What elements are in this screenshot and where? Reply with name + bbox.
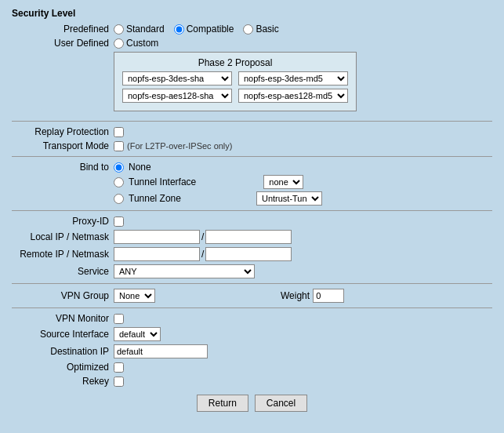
replay-protection-label: Replay Protection (12, 126, 114, 137)
source-interface-select[interactable]: default (114, 327, 161, 341)
bind-to-section: Bind to None Tunnel Interface none Tunne… (12, 162, 492, 206)
transport-mode-checkbox[interactable] (114, 141, 124, 151)
phase2-select-4[interactable]: nopfs-esp-aes128-md5 nopfs-esp-3des-sha … (238, 89, 348, 103)
separator-3 (12, 210, 492, 211)
button-row: Return Cancel (12, 395, 492, 420)
vpn-monitor-checkbox[interactable] (114, 314, 124, 324)
basic-label: Basic (256, 24, 278, 35)
custom-radio[interactable] (114, 38, 124, 49)
separator-4 (12, 283, 492, 284)
optimized-checkbox[interactable] (114, 362, 124, 373)
tunnel-interface-select[interactable]: none (263, 175, 303, 189)
bind-tunnel-interface-content: Tunnel Interface none (114, 175, 303, 189)
service-label: Service (12, 266, 114, 277)
source-interface-label: Source Interface (12, 329, 114, 340)
return-button[interactable]: Return (197, 395, 248, 412)
basic-radio[interactable] (243, 24, 253, 35)
bind-none-row: Bind to None (12, 162, 492, 173)
standard-option[interactable]: Standard (114, 24, 165, 35)
predefined-label: Predefined (12, 24, 114, 35)
optimized-row: Optimized (12, 362, 492, 373)
remote-ip-input[interactable] (114, 247, 200, 261)
bind-tunnel-interface-row: Tunnel Interface none (12, 175, 492, 189)
standard-radio[interactable] (114, 24, 124, 35)
local-slash: / (200, 231, 205, 242)
weight-label: Weight (281, 290, 310, 301)
replay-protection-row: Replay Protection (12, 126, 492, 137)
compatible-label: Compatible (187, 24, 234, 35)
predefined-row: Predefined Standard Compatible Basic (12, 24, 492, 35)
custom-option[interactable]: Custom (114, 38, 158, 49)
custom-label: Custom (126, 38, 158, 49)
user-defined-row: User Defined Custom (12, 38, 492, 49)
service-row: Service ANY (12, 264, 492, 278)
rekey-checkbox[interactable] (114, 377, 124, 387)
compatible-radio[interactable] (174, 24, 184, 35)
bind-tunnel-zone-content: Tunnel Zone Untrust-Tun (114, 191, 322, 206)
local-ip-input[interactable] (114, 230, 200, 244)
phase2-row-1: nopfs-esp-3des-sha nopfs-esp-3des-md5 no… (122, 71, 348, 86)
remote-slash: / (200, 249, 205, 260)
optimized-label: Optimized (12, 362, 114, 373)
vpn-monitor-row: VPN Monitor (12, 313, 492, 324)
remote-ip-row: Remote IP / Netmask / (12, 247, 492, 261)
proxy-id-row: Proxy-ID (12, 216, 492, 227)
separator-1 (12, 121, 492, 122)
security-level-title: Security Level (12, 8, 492, 19)
remote-ip-label: Remote IP / Netmask (12, 249, 114, 260)
bind-none-label: None (129, 162, 151, 173)
destination-ip-row: Destination IP (12, 344, 492, 358)
vpn-group-select[interactable]: None (114, 289, 155, 303)
security-level-section: Security Level Predefined Standard Compa… (12, 8, 492, 116)
bind-tunnel-zone-radio[interactable] (114, 194, 124, 204)
bind-tunnel-zone-row: Tunnel Zone Untrust-Tun (12, 191, 492, 206)
phase2-row-2: nopfs-esp-aes128-sha nopfs-esp-3des-sha … (122, 89, 348, 103)
vpn-group-label: VPN Group (12, 290, 114, 301)
destination-ip-input[interactable] (114, 344, 208, 358)
tunnel-zone-select[interactable]: Untrust-Tun (256, 191, 322, 206)
replay-protection-checkbox[interactable] (114, 127, 124, 137)
source-interface-row: Source Interface default (12, 327, 492, 341)
local-ip-label: Local IP / Netmask (12, 231, 114, 242)
cancel-button[interactable]: Cancel (255, 395, 307, 412)
bind-none-radio[interactable] (114, 162, 124, 173)
rekey-label: Rekey (12, 376, 114, 387)
service-select[interactable]: ANY (114, 264, 255, 278)
vpn-monitor-section: VPN Monitor Source Interface default Des… (12, 313, 492, 387)
phase2-proposal-box: Phase 2 Proposal nopfs-esp-3des-sha nopf… (114, 52, 357, 111)
proxy-id-section: Proxy-ID Local IP / Netmask / Remote IP … (12, 216, 492, 278)
vpn-group-row: VPN Group None Weight (12, 289, 492, 303)
local-netmask-input[interactable] (205, 230, 292, 244)
separator-2 (12, 156, 492, 157)
proxy-id-checkbox[interactable] (114, 216, 124, 227)
separator-5 (12, 307, 492, 308)
user-defined-label: User Defined (12, 38, 114, 49)
rekey-row: Rekey (12, 376, 492, 387)
transport-mode-label: Transport Mode (12, 140, 114, 151)
weight-input[interactable] (313, 289, 344, 303)
phase2-title: Phase 2 Proposal (122, 57, 348, 68)
remote-netmask-input[interactable] (205, 247, 292, 261)
phase2-select-2[interactable]: nopfs-esp-3des-md5 nopfs-esp-3des-sha no… (238, 71, 348, 86)
destination-ip-label: Destination IP (12, 346, 114, 357)
vpn-monitor-label: VPN Monitor (12, 313, 114, 324)
predefined-radio-group: Standard Compatible Basic (114, 24, 279, 35)
bind-tunnel-interface-radio[interactable] (114, 177, 124, 187)
local-ip-row: Local IP / Netmask / (12, 230, 492, 244)
transport-mode-row: Transport Mode (For L2TP-over-IPSec only… (12, 140, 492, 151)
phase2-select-1[interactable]: nopfs-esp-3des-sha nopfs-esp-3des-md5 no… (122, 71, 232, 86)
transport-mode-note: (For L2TP-over-IPSec only) (127, 141, 232, 151)
bind-tunnel-interface-label: Tunnel Interface (129, 176, 196, 187)
bind-to-label: Bind to (12, 162, 114, 173)
proxy-id-label: Proxy-ID (12, 216, 114, 227)
basic-option[interactable]: Basic (243, 24, 278, 35)
phase2-select-3[interactable]: nopfs-esp-aes128-sha nopfs-esp-3des-sha … (122, 89, 232, 103)
bind-tunnel-zone-label: Tunnel Zone (129, 193, 181, 204)
compatible-option[interactable]: Compatible (174, 24, 234, 35)
standard-label: Standard (126, 24, 165, 35)
bind-none-content: None (114, 162, 151, 173)
